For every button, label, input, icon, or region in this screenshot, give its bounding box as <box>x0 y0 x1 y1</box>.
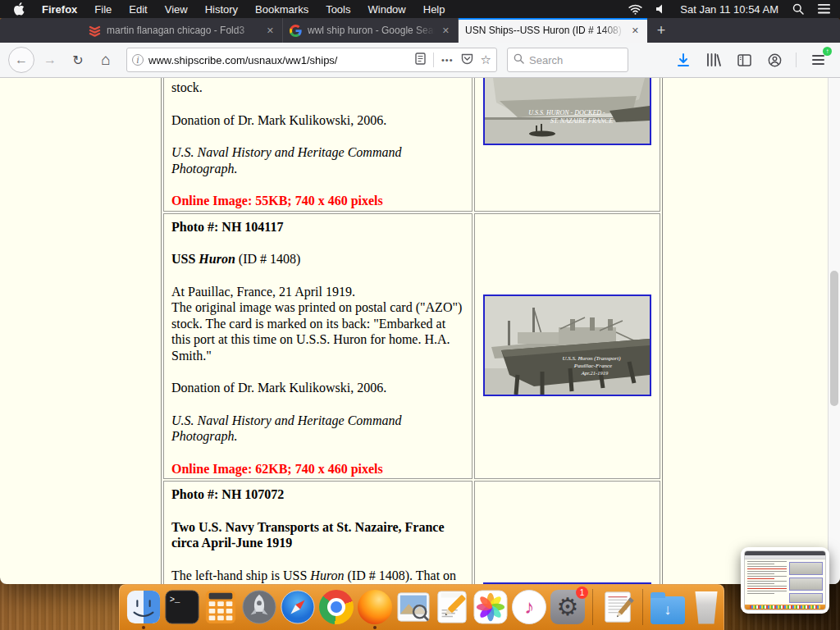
screenshot-preview-content <box>744 550 826 610</box>
dock-safari-icon[interactable] <box>281 590 315 624</box>
menu-history[interactable]: History <box>205 3 238 16</box>
ship-photo-docked: U.S.S. HURON - DOCKED - ST. NAZAIRE FRAN… <box>485 78 650 144</box>
google-favicon-icon <box>290 25 302 37</box>
online-image-link[interactable]: Online Image: 62KB; 740 x 460 pixels <box>171 461 464 477</box>
search-icon <box>514 52 524 67</box>
menu-window[interactable]: Window <box>368 3 406 16</box>
table-row-partial: stock. Donation of Dr. Mark Kulikowski, … <box>163 78 660 212</box>
dock-textedit-icon[interactable] <box>600 590 635 624</box>
notification-center-icon[interactable] <box>818 4 830 14</box>
hamburger-menu-icon[interactable]: ↑ <box>809 51 827 69</box>
menu-view[interactable]: View <box>165 3 188 16</box>
online-image-link[interactable]: Online Image: 55KB; 740 x 460 pixels <box>171 193 464 209</box>
page-scrollbar[interactable] <box>828 78 840 584</box>
toolbar-separator <box>796 52 797 67</box>
navigation-toolbar: ← → ↻ ⌂ i www.shipscribe.com/usnaux/ww1/… <box>0 43 840 78</box>
svg-text:U.S.S. Huron (Transport): U.S.S. Huron (Transport) <box>563 355 622 362</box>
svg-text:Apr.21-1919: Apr.21-1919 <box>581 370 609 376</box>
new-tab-button[interactable]: + <box>647 18 675 43</box>
dock-photos-icon[interactable] <box>473 590 508 624</box>
sidebar-toggle-icon[interactable] <box>735 51 753 69</box>
address-bar[interactable]: i www.shipscribe.com/usnaux/ww1/ships/ •… <box>126 48 497 72</box>
bookmark-star-icon[interactable]: ☆ <box>481 52 491 67</box>
macos-menu-bar: Firefox File Edit View History Bookmarks… <box>0 0 840 18</box>
forward-button[interactable]: → <box>38 48 62 72</box>
dock-preview-icon[interactable] <box>396 590 431 624</box>
photo-description: The left-hand ship is USS Huron (ID # 14… <box>171 568 464 585</box>
dock-calculator-icon[interactable] <box>203 590 238 624</box>
photo-thumbnail-link[interactable]: U.S.S. HURON - DOCKED - ST. NAZAIRE FRAN… <box>483 78 651 145</box>
donation-text: Donation of Dr. Mark Kulikowski, 2006. <box>171 380 464 396</box>
photo-title: Two U.S. Navy Transports at St. Nazaire,… <box>171 519 464 551</box>
tab-close-icon[interactable]: ✕ <box>265 25 276 36</box>
notification-badge: 1 <box>576 587 588 599</box>
dock-trash-icon[interactable] <box>689 590 724 624</box>
update-badge-icon: ↑ <box>823 47 832 56</box>
menu-file[interactable]: File <box>94 3 112 16</box>
dock: >_ <box>119 584 724 630</box>
pocket-icon[interactable] <box>461 52 473 68</box>
photo-thumbnail-link[interactable]: U.S.S. Huron (Transport) Pauillac-France… <box>483 294 651 396</box>
tab-title: martin flanagan chicago - Fold3 <box>107 25 259 36</box>
tab-close-icon[interactable]: ✕ <box>441 25 451 36</box>
dock-itunes-icon[interactable]: ♪ <box>512 590 546 624</box>
dock-chrome-icon[interactable] <box>319 590 354 624</box>
svg-text:U.S.S. HURON - DOCKED -: U.S.S. HURON - DOCKED - <box>528 109 605 116</box>
download-arrow-glyph: ↓ <box>651 596 685 624</box>
site-info-icon[interactable]: i <box>132 54 144 66</box>
music-note-glyph: ♪ <box>524 596 534 619</box>
credit-text: U.S. Naval History and Heritage Command … <box>171 413 464 445</box>
donation-text: Donation of Dr. Mark Kulikowski, 2006. <box>171 112 464 129</box>
svg-text:Pauillac-France: Pauillac-France <box>573 363 612 369</box>
caption-tail: stock. <box>171 80 464 96</box>
spotlight-search-icon[interactable] <box>792 3 804 15</box>
dock-launchpad-icon[interactable] <box>242 590 276 624</box>
downloads-icon[interactable] <box>674 51 692 69</box>
credit-text: U.S. Naval History and Heritage Command … <box>171 144 464 176</box>
tab-usn-ships-active[interactable]: USN Ships--USS Huron (ID # 1408) ✕ <box>459 18 647 43</box>
menu-bar-clock[interactable]: Sat Jan 11 10:54 AM <box>680 3 778 16</box>
photo-table: stock. Donation of Dr. Mark Kulikowski, … <box>161 78 663 584</box>
menu-edit[interactable]: Edit <box>129 3 147 16</box>
menu-tools[interactable]: Tools <box>326 3 350 16</box>
url-text[interactable]: www.shipscribe.com/usnaux/ww1/ships/ <box>148 54 410 66</box>
fold3-favicon-icon <box>89 25 101 37</box>
dock-divider <box>592 589 593 625</box>
reload-button[interactable]: ↻ <box>66 48 90 72</box>
account-icon[interactable] <box>765 51 783 69</box>
finder-running-indicator <box>142 626 145 629</box>
wifi-icon[interactable] <box>628 4 642 15</box>
dock-downloads-folder-icon[interactable]: ↓ <box>651 590 685 624</box>
tab-google-search[interactable]: wwl ship huron - Google Search ✕ <box>283 18 459 43</box>
firefox-window: martin flanagan chicago - Fold3 ✕ wwl sh… <box>0 18 840 584</box>
dock-finder-icon[interactable] <box>126 590 161 624</box>
urlbar-separator <box>433 52 434 67</box>
active-app-name[interactable]: Firefox <box>42 3 77 16</box>
dock-terminal-icon[interactable]: >_ <box>165 590 199 624</box>
tab-title: USN Ships--USS Huron (ID # 1408) <box>465 25 624 36</box>
table-row-nh107072: Photo #: NH 107072 Two U.S. Navy Transpo… <box>163 481 660 584</box>
search-input[interactable] <box>529 54 622 66</box>
table-row-nh104117: Photo #: NH 104117 USS Huron (ID # 1408)… <box>163 213 660 480</box>
page-content: stock. Donation of Dr. Mark Kulikowski, … <box>0 78 840 584</box>
back-button[interactable]: ← <box>8 47 34 73</box>
menu-help[interactable]: Help <box>423 3 445 16</box>
search-bar[interactable] <box>507 48 628 72</box>
svg-text:ST. NAZAIRE FRANCE: ST. NAZAIRE FRANCE <box>550 117 613 125</box>
photo-number: Photo #: NH 107072 <box>171 486 464 503</box>
page-actions-button[interactable]: ••• <box>441 55 454 65</box>
screenshot-preview-thumbnail[interactable] <box>741 547 829 614</box>
home-button[interactable]: ⌂ <box>94 48 118 72</box>
volume-icon[interactable] <box>656 4 666 14</box>
library-icon[interactable] <box>705 51 723 69</box>
apple-menu-icon[interactable] <box>13 2 25 16</box>
dock-pages-icon[interactable] <box>435 590 469 624</box>
tab-fold3[interactable]: martin flanagan chicago - Fold3 ✕ <box>82 18 283 43</box>
menu-bookmarks[interactable]: Bookmarks <box>255 3 308 16</box>
dock-system-preferences-icon[interactable]: ⚙ 1 <box>550 590 585 624</box>
tab-close-icon[interactable]: ✕ <box>630 25 641 36</box>
reader-mode-icon[interactable] <box>415 52 426 68</box>
dock-firefox-icon[interactable] <box>358 590 392 624</box>
scrollbar-thumb[interactable] <box>830 271 838 406</box>
ship-title: USS Huron (ID # 1408) <box>171 251 464 267</box>
